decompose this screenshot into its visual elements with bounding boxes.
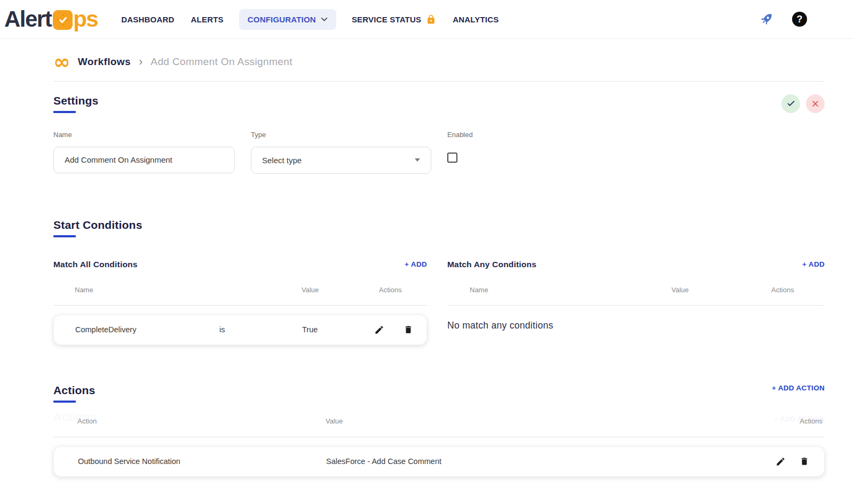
- match-any-add-button[interactable]: + ADD: [802, 260, 825, 268]
- breadcrumb-current: Add Comment On Assignment: [151, 56, 292, 68]
- nav-service-status[interactable]: SERVICE STATUS: [351, 9, 437, 30]
- match-any-empty-state: No match any conditions: [447, 320, 825, 331]
- nav-configuration[interactable]: CONFIGURATION: [239, 9, 336, 30]
- column-actions: Actions: [352, 286, 427, 294]
- action-row: Outbound Service Notification SalesForce…: [53, 446, 825, 477]
- condition-row: CompleteDelivery is True: [53, 315, 427, 345]
- action-value: SalesForce - Add Case Comment: [326, 457, 760, 466]
- column-actions: Actions: [749, 286, 825, 294]
- dropdown-caret-icon: [415, 158, 420, 162]
- workflow-name-input[interactable]: [53, 147, 235, 173]
- match-all-panel: Match All Conditions + ADD Name Value Ac…: [53, 260, 427, 345]
- match-any-panel: Match Any Conditions + ADD Name Value Ac…: [447, 260, 825, 345]
- condition-name: CompleteDelivery: [54, 325, 219, 334]
- edit-condition-button[interactable]: [374, 325, 384, 335]
- actions-header: Actions + ADD ACTION: [53, 384, 825, 403]
- logo-text-dark: Alert: [4, 8, 51, 30]
- column-value: Value: [326, 417, 761, 425]
- action-name: Outbound Service Notification: [54, 457, 326, 466]
- settings-title: Settings: [53, 94, 98, 113]
- column-value: Value: [671, 286, 749, 294]
- settings-section-header: Settings: [53, 94, 825, 113]
- page-content: ∞ Workflows › Add Comment On Assignment …: [0, 54, 854, 477]
- logo-text-orange: ps: [73, 8, 98, 30]
- close-icon: [811, 100, 819, 108]
- main-nav: DASHBOARD ALERTS CONFIGURATION SERVICE S…: [120, 9, 500, 30]
- start-conditions-title: Start Conditions: [53, 219, 143, 237]
- condition-value: True: [281, 325, 353, 334]
- settings-action-buttons: [781, 94, 825, 113]
- settings-form: Name Type Select type Enabled: [53, 131, 825, 174]
- breadcrumb-workflows-link[interactable]: Workflows: [78, 56, 131, 68]
- nav-dashboard[interactable]: DASHBOARD: [120, 10, 175, 29]
- enabled-field-group: Enabled: [447, 131, 473, 163]
- name-field-label: Name: [53, 131, 235, 139]
- edit-action-button[interactable]: [776, 457, 786, 467]
- match-all-add-button[interactable]: + ADD: [405, 260, 427, 268]
- actions-columns: Action Value Actions: [53, 417, 825, 437]
- lock-icon: [426, 14, 436, 25]
- match-all-title: Match All Conditions: [53, 260, 138, 269]
- chevron-down-icon: [321, 17, 328, 22]
- nav-analytics[interactable]: ANALYTICS: [452, 10, 500, 29]
- check-icon: [786, 99, 796, 108]
- actions-title: Actions: [53, 384, 95, 403]
- actions-section: Actions + ADD ACTION Actions + ADD ACTIO…: [53, 384, 825, 477]
- rocket-icon[interactable]: [758, 11, 774, 27]
- add-action-button[interactable]: + ADD ACTION: [772, 384, 825, 392]
- breadcrumb-divider: [53, 81, 825, 82]
- delete-condition-button[interactable]: [404, 325, 413, 334]
- save-button[interactable]: [781, 94, 800, 113]
- column-value: Value: [280, 286, 352, 294]
- column-actions: Actions: [761, 417, 825, 425]
- type-field-group: Type Select type: [251, 131, 431, 174]
- match-any-head: Match Any Conditions + ADD: [447, 260, 825, 269]
- column-name: Name: [447, 286, 671, 294]
- nav-configuration-label: CONFIGURATION: [248, 15, 316, 24]
- type-select[interactable]: Select type: [251, 147, 431, 174]
- match-all-columns: Name Value Actions: [53, 286, 427, 306]
- alertops-logo[interactable]: Alertps: [4, 8, 98, 30]
- match-any-columns: Name Value Actions: [447, 286, 825, 306]
- delete-action-button[interactable]: [800, 457, 809, 466]
- cancel-button[interactable]: [806, 94, 825, 113]
- column-action: Action: [53, 417, 326, 425]
- enabled-field-label: Enabled: [447, 131, 473, 139]
- condition-operator: is: [219, 325, 281, 334]
- help-icon[interactable]: ?: [792, 12, 807, 27]
- enabled-checkbox[interactable]: [447, 153, 457, 163]
- match-any-title: Match Any Conditions: [447, 260, 536, 269]
- top-nav-bar: Alertps DASHBOARD ALERTS CONFIGURATION S…: [0, 0, 854, 39]
- breadcrumb-separator: ›: [139, 56, 143, 68]
- nav-alerts[interactable]: ALERTS: [190, 10, 225, 29]
- column-name: Name: [53, 286, 219, 294]
- conditions-panels: Match All Conditions + ADD Name Value Ac…: [53, 260, 825, 345]
- breadcrumb: ∞ Workflows › Add Comment On Assignment: [53, 54, 825, 70]
- name-field-group: Name: [53, 131, 235, 173]
- nav-service-status-label: SERVICE STATUS: [352, 15, 421, 24]
- type-select-value: Select type: [262, 156, 302, 165]
- start-conditions-header: Start Conditions: [53, 219, 825, 237]
- match-all-head: Match All Conditions + ADD: [53, 260, 427, 269]
- header-right-icons: ?: [758, 11, 854, 27]
- infinity-icon: ∞: [53, 54, 70, 70]
- type-field-label: Type: [251, 131, 431, 139]
- clock-check-icon: [53, 10, 73, 30]
